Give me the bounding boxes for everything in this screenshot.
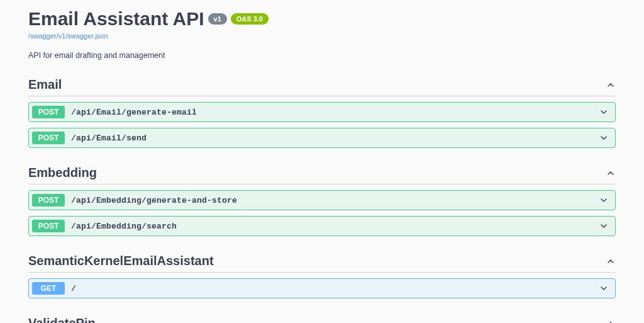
expand-endpoint-icon[interactable] xyxy=(599,133,609,143)
tag-section: ValidatePin POST /api/ValidatePin/valida… xyxy=(28,316,616,323)
expand-endpoint-icon[interactable] xyxy=(599,283,609,293)
collapse-tag-icon[interactable] xyxy=(606,80,616,90)
tag-section: SemanticKernelEmailAssistant GET / xyxy=(28,254,616,298)
version-badge: v1 xyxy=(208,13,227,25)
endpoint-row[interactable]: POST /api/Embedding/search xyxy=(28,216,616,236)
collapse-tag-icon[interactable] xyxy=(606,168,616,178)
endpoint-list: POST /api/Email/generate-email POST /api… xyxy=(28,102,616,148)
tag-header[interactable]: Embedding xyxy=(28,166,616,184)
operations-container: Email POST /api/Email/generate-email POS… xyxy=(28,77,616,323)
expand-endpoint-icon[interactable] xyxy=(599,107,609,117)
endpoint-path: /api/Email/send xyxy=(71,133,599,143)
api-header: Email Assistant API v1 OAS 3.0 xyxy=(28,8,616,30)
tag-section: Embedding POST /api/Embedding/generate-a… xyxy=(28,166,616,236)
expand-endpoint-icon[interactable] xyxy=(599,221,609,231)
oas-badge: OAS 3.0 xyxy=(231,13,269,25)
api-title: Email Assistant API xyxy=(28,8,204,30)
collapse-tag-icon[interactable] xyxy=(606,319,616,324)
tag-header[interactable]: ValidatePin xyxy=(28,316,616,323)
endpoint-row[interactable]: POST /api/Email/send xyxy=(28,128,616,148)
endpoint-path: /api/Embedding/generate-and-store xyxy=(71,196,599,205)
endpoint-path: / xyxy=(71,284,599,293)
tag-header[interactable]: Email xyxy=(28,77,616,96)
swagger-ui: Email Assistant API v1 OAS 3.0 /swagger/… xyxy=(13,0,631,323)
http-method-badge: POST xyxy=(32,220,65,232)
http-method-badge: POST xyxy=(32,106,65,118)
http-method-badge: POST xyxy=(32,194,65,207)
endpoint-row[interactable]: POST /api/Email/generate-email xyxy=(28,102,616,122)
expand-endpoint-icon[interactable] xyxy=(599,195,609,205)
endpoint-path: /api/Embedding/search xyxy=(71,222,599,231)
tag-name: Embedding xyxy=(28,166,97,180)
endpoint-path: /api/Email/generate-email xyxy=(71,108,599,117)
endpoint-list: GET / xyxy=(28,278,616,298)
tag-header[interactable]: SemanticKernelEmailAssistant xyxy=(28,254,616,273)
collapse-tag-icon[interactable] xyxy=(606,256,616,266)
spec-link[interactable]: /swagger/v1/swagger.json xyxy=(28,32,108,40)
endpoint-row[interactable]: POST /api/Embedding/generate-and-store xyxy=(28,190,616,210)
http-method-badge: POST xyxy=(32,132,65,144)
endpoint-row[interactable]: GET / xyxy=(28,278,616,298)
api-description: API for email drafting and management xyxy=(28,51,616,60)
tag-name: SemanticKernelEmailAssistant xyxy=(28,254,214,268)
http-method-badge: GET xyxy=(32,282,65,295)
tag-name: Email xyxy=(28,77,62,92)
endpoint-list: POST /api/Embedding/generate-and-store P… xyxy=(28,190,616,236)
tag-section: Email POST /api/Email/generate-email POS… xyxy=(28,77,616,148)
tag-name: ValidatePin xyxy=(28,316,96,323)
